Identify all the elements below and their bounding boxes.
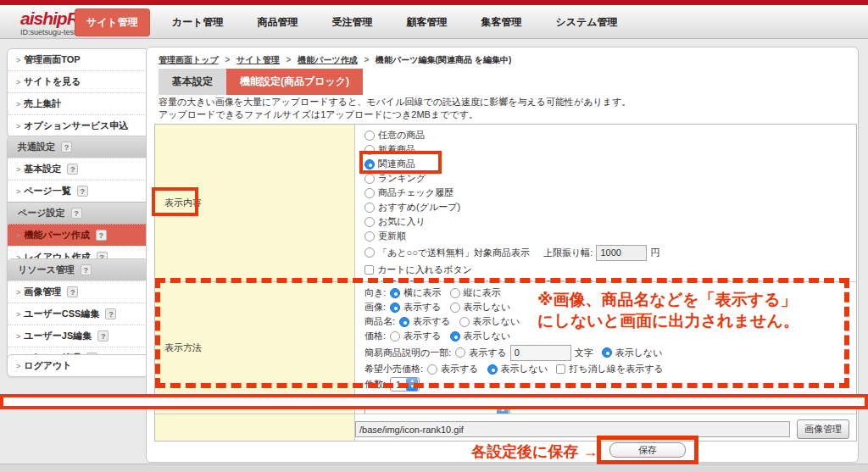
help-icon[interactable]: ? — [67, 286, 78, 297]
radio-async-add-type[interactable] — [543, 280, 554, 282]
radio-description-hide[interactable] — [602, 347, 612, 358]
radio-name-hide[interactable] — [459, 317, 470, 327]
help-icon[interactable]: ? — [77, 186, 88, 197]
radio-related-product[interactable] — [364, 159, 375, 169]
sidebar-item-basic-settings[interactable]: 基本設定 ? — [8, 158, 148, 180]
breadcrumb-separator: > — [287, 55, 292, 64]
radio-check-history[interactable] — [364, 188, 375, 198]
save-button[interactable]: 保存 — [609, 442, 686, 458]
radio-async-switch-type[interactable] — [364, 280, 375, 282]
count-select[interactable]: 1 ▲▼ — [390, 377, 420, 391]
radio-free-shipping[interactable] — [364, 247, 375, 258]
count-value: 1 — [396, 380, 401, 390]
page-footer — [0, 464, 868, 472]
radio-label: 表示する — [413, 315, 451, 328]
radio-recommend-group[interactable] — [364, 203, 375, 213]
cart-button-checkbox[interactable] — [364, 265, 374, 275]
radio-name-show[interactable] — [399, 317, 409, 327]
sidebar-item-admin-top[interactable]: 管理画面TOP — [8, 49, 148, 70]
radio-image-show[interactable] — [390, 303, 400, 313]
radio-update-order[interactable] — [364, 231, 375, 242]
sidebar-item-label: ページ一覧 — [24, 185, 71, 197]
image-path-input[interactable] — [355, 421, 790, 437]
hidden-select[interactable]: ▲▼ — [364, 406, 510, 414]
sidebar-item-label: ユーザーJS編集 — [24, 330, 92, 342]
radio-label: 「あと○○で送料無料」対象商品表示 — [378, 247, 530, 259]
image-management-button[interactable]: 画像管理 — [797, 419, 849, 439]
radio-description-show[interactable] — [455, 347, 465, 358]
select-stepper-icon: ▲▼ — [497, 407, 509, 414]
radio-msrp-show[interactable] — [427, 364, 437, 375]
radio-label: 非同期処理を使う(ボタン切替タイプ) — [378, 279, 535, 281]
display-method-label: 表示方法 — [155, 282, 355, 414]
sidebar-header-page-settings: ページ設定 ? — [8, 202, 148, 224]
upload-notice-line2: アップロードできるファイルサイズは1アップロードにつき2MBまでです。 — [159, 108, 631, 121]
radio-label: 非同期処理を使わない — [737, 279, 831, 281]
radio-label: 非同期処理を使う(ボタン追加タイプ) — [557, 279, 714, 281]
sidebar-item-user-css[interactable]: ユーザーCSS編集 ? — [8, 303, 148, 325]
breadcrumb-current: 機能パーツ編集(関連商品 を編集中) — [376, 55, 511, 64]
sidebar-item-option-service[interactable]: オプションサービス申込 — [8, 114, 148, 136]
tab-basic-settings[interactable]: 基本設定 — [159, 69, 226, 95]
sidebar-item-label: 基本設定 — [24, 163, 61, 175]
sidebar-header-resource: リソース管理 ? — [8, 259, 148, 280]
help-icon[interactable]: ? — [81, 264, 92, 275]
nav-product-management[interactable]: 商品管理 — [245, 8, 309, 36]
breadcrumb-admin-top[interactable]: 管理画面トップ — [159, 55, 219, 64]
strike-checkbox[interactable] — [556, 364, 565, 374]
radio-label: 縦に表示 — [464, 286, 501, 299]
radio-label: おすすめ(グループ) — [378, 201, 460, 214]
help-icon[interactable]: ? — [105, 308, 116, 319]
price-label: 価格: — [364, 330, 386, 342]
radio-label: お気に入り — [378, 215, 426, 228]
sidebar-item-image-management[interactable]: 画像管理 ? — [8, 280, 148, 303]
nav-customer-management[interactable]: 顧客管理 — [394, 8, 459, 36]
radio-price-show[interactable] — [390, 331, 400, 342]
radio-image-hide[interactable] — [450, 303, 460, 313]
sidebar-item-view-site[interactable]: サイトを見る — [8, 70, 148, 92]
radio-label: 任意の商品 — [378, 129, 425, 142]
help-icon[interactable]: ? — [97, 330, 108, 342]
nav-cart-management[interactable]: カート管理 — [160, 8, 236, 36]
radio-price-hide[interactable] — [450, 331, 460, 342]
help-icon[interactable]: ? — [67, 164, 78, 175]
radio-label: 新着商品 — [378, 143, 415, 156]
breadcrumb-site-management[interactable]: サイト管理 — [236, 55, 280, 64]
sidebar-header-common-settings: 共通設定 ? — [8, 136, 148, 158]
description-chars-input[interactable] — [510, 345, 571, 361]
sidebar-item-function-parts[interactable]: 機能パーツ作成 ? — [8, 224, 148, 246]
nav-order-management[interactable]: 受注管理 — [320, 8, 384, 36]
radio-label: 表示する — [441, 363, 479, 375]
account-id: ID:suetsugu-test2 — [20, 28, 81, 36]
radio-favorites[interactable] — [364, 217, 375, 227]
tab-function-settings[interactable]: 機能設定(商品ブロック) — [226, 69, 363, 95]
help-icon[interactable]: ? — [71, 208, 82, 219]
help-icon[interactable]: ? — [96, 230, 107, 241]
radio-label: 表示しない — [464, 330, 511, 342]
save-annotation-box: 保存 — [597, 436, 698, 464]
radio-vertical[interactable] — [450, 288, 460, 298]
count-label: 件数: — [364, 378, 386, 391]
help-icon[interactable]: ? — [61, 142, 72, 153]
sidebar-item-page-list[interactable]: ページ一覧 ? — [8, 180, 148, 202]
radio-async-none[interactable] — [723, 280, 733, 282]
radio-horizontal[interactable] — [390, 288, 400, 298]
radio-label: 商品チェック履歴 — [378, 186, 453, 199]
sidebar-item-logout[interactable]: ログアウト — [8, 355, 148, 376]
radio-label: 表示しない — [464, 301, 511, 314]
sidebar-item-sales-summary[interactable]: 売上集計 — [8, 92, 148, 114]
settings-tabs: 基本設定 機能設定(商品ブロック) — [159, 69, 363, 95]
sidebar-item-user-js[interactable]: ユーザーJS編集 ? — [8, 325, 148, 347]
unit-label: 文字 — [575, 347, 593, 359]
radio-msrp-hide[interactable] — [487, 364, 498, 375]
nav-site-management[interactable]: サイト管理 — [75, 8, 150, 36]
radio-ranking[interactable] — [364, 174, 375, 184]
nav-marketing-management[interactable]: 集客管理 — [469, 8, 533, 36]
nav-system-management[interactable]: システム管理 — [543, 8, 629, 36]
breadcrumb-function-parts[interactable]: 機能パーツ作成 — [298, 55, 357, 64]
radio-new-product[interactable] — [364, 145, 375, 155]
sidebar-item-label: 画像管理 — [24, 286, 61, 298]
range-input[interactable] — [596, 245, 647, 261]
radio-label: 更新順 — [378, 230, 406, 242]
radio-any-product[interactable] — [364, 130, 375, 141]
